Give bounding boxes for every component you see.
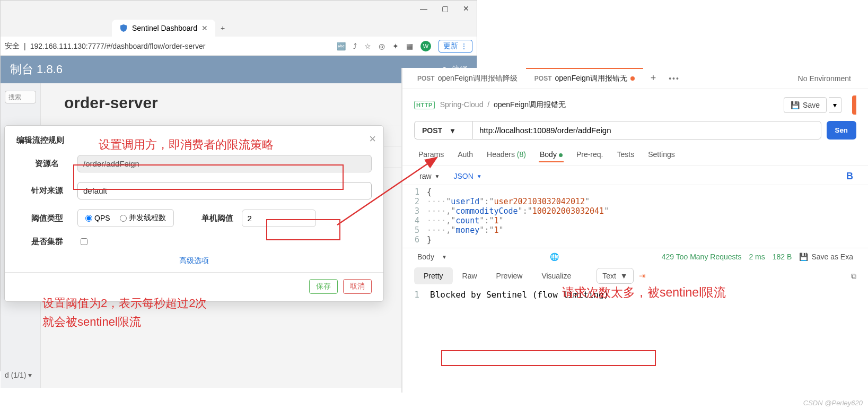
subtab-auth[interactable]: Auth bbox=[457, 147, 474, 162]
resource-input[interactable] bbox=[77, 155, 372, 172]
radio-qps[interactable]: QPS bbox=[85, 214, 110, 222]
request-row: POST ▾ Sen bbox=[402, 121, 868, 144]
response-status: 429 Too Many Requests bbox=[662, 253, 742, 261]
label-origin: 针对来源 bbox=[16, 186, 77, 196]
modal-close-button[interactable]: × bbox=[369, 132, 376, 146]
cancel-button[interactable]: 取消 bbox=[343, 279, 372, 294]
subtab-prereq[interactable]: Pre-req. bbox=[575, 147, 604, 162]
minimize-icon[interactable]: — bbox=[416, 3, 431, 14]
pm-tab-inactive[interactable]: POST openFeign调用报错降级 bbox=[409, 68, 526, 89]
subtab-body[interactable]: Body bbox=[539, 147, 564, 162]
sidebar-footer-label: d (1/1) bbox=[5, 371, 26, 379]
extensions-icon[interactable]: ✦ bbox=[392, 42, 399, 50]
resp-tab-raw[interactable]: Raw bbox=[453, 267, 487, 284]
copy-icon[interactable]: ⧉ bbox=[851, 272, 856, 281]
shield-icon bbox=[119, 24, 128, 32]
environment-select[interactable]: No Environment bbox=[787, 74, 862, 83]
response-content-type[interactable]: Text▼ bbox=[597, 268, 634, 284]
sidebar-footer[interactable]: d (1/1) ▾ bbox=[3, 367, 38, 384]
body-raw-select[interactable]: raw▼ bbox=[417, 169, 442, 184]
bookmark-icon[interactable]: ☆ bbox=[364, 42, 371, 50]
omnibar-icons: 🔤 ⤴ ☆ ◎ ✦ ▦ W 更新⋮ bbox=[337, 40, 472, 53]
sidebar-search-input[interactable] bbox=[5, 91, 36, 103]
save-icon: 💾 bbox=[799, 253, 808, 261]
dashboard-title: 制台 1.8.6 bbox=[10, 62, 63, 77]
response-size: 182 B bbox=[773, 253, 792, 261]
label-single-threshold: 单机阈值 bbox=[193, 213, 242, 223]
request-subtabs: Params Auth Headers (8) Body Pre-req. Te… bbox=[402, 144, 868, 165]
address-bar[interactable]: 192.168.111.130:7777/#/dashboard/flow/or… bbox=[30, 42, 206, 50]
close-icon[interactable]: ✕ bbox=[459, 3, 474, 14]
save-dropdown[interactable]: ▾ bbox=[829, 97, 841, 113]
modal-divider bbox=[5, 272, 383, 273]
chevron-down-icon[interactable]: ▼ bbox=[442, 254, 447, 260]
update-button[interactable]: 更新⋮ bbox=[439, 40, 472, 53]
row-origin: 针对来源 bbox=[16, 182, 372, 199]
browser-tab-inactive[interactable] bbox=[32, 28, 112, 37]
breadcrumb[interactable]: Spring-Cloud / openFeign调用报错无 bbox=[440, 100, 566, 110]
new-tab-button[interactable]: + bbox=[215, 20, 230, 37]
send-button[interactable]: Sen bbox=[827, 121, 856, 140]
chevron-down-icon: ▼ bbox=[435, 173, 440, 179]
subtab-params[interactable]: Params bbox=[417, 147, 445, 162]
chevron-down-icon: ▼ bbox=[620, 272, 628, 280]
request-body-editor[interactable]: 1{ 2····userId:user202103032042012 3····… bbox=[402, 185, 868, 248]
label-resource: 资源名 bbox=[16, 159, 77, 169]
row-threshold: 阈值类型 QPS 并发线程数 单机阈值 bbox=[16, 209, 372, 227]
annot-top: 设置调用方，即消费者的限流策略 bbox=[99, 137, 274, 153]
url-input[interactable] bbox=[472, 121, 821, 140]
pm-more-tabs[interactable]: ••• bbox=[663, 71, 685, 86]
method-select[interactable]: POST ▾ bbox=[414, 121, 472, 140]
chevron-down-icon: ▼ bbox=[477, 173, 482, 179]
threshold-input[interactable] bbox=[242, 210, 316, 227]
resp-tab-visualize[interactable]: Visualize bbox=[532, 267, 581, 284]
modal-footer: 保存 取消 bbox=[16, 278, 372, 294]
row-cluster: 是否集群 bbox=[16, 237, 372, 247]
subtab-headers[interactable]: Headers (8) bbox=[486, 147, 527, 162]
translate-icon[interactable]: 🔤 bbox=[337, 42, 346, 50]
chevron-down-icon: ▾ bbox=[451, 126, 454, 135]
resp-tab-pretty[interactable]: Pretty bbox=[414, 267, 453, 284]
profile-avatar[interactable]: W bbox=[420, 41, 431, 51]
origin-input[interactable] bbox=[77, 182, 372, 199]
apps-icon[interactable]: ▦ bbox=[406, 42, 413, 50]
maximize-icon[interactable]: ▢ bbox=[437, 3, 452, 14]
radio-thread[interactable]: 并发线程数 bbox=[120, 213, 166, 223]
response-section-label[interactable]: Body bbox=[417, 253, 434, 261]
eye-icon[interactable]: ◎ bbox=[379, 42, 385, 50]
pm-new-tab[interactable]: + bbox=[643, 69, 664, 87]
row-resource: 资源名 bbox=[16, 155, 372, 172]
advanced-link[interactable]: 高级选项 bbox=[16, 256, 372, 266]
tab-method: POST bbox=[417, 75, 435, 82]
wrap-lines-icon[interactable]: ⇥ bbox=[639, 271, 646, 281]
pm-tab-active[interactable]: POST openFeign调用报错无 bbox=[526, 68, 643, 89]
chevron-down-icon: ▾ bbox=[28, 371, 32, 379]
save-icon: 💾 bbox=[791, 101, 800, 109]
beautify-button[interactable]: B bbox=[846, 171, 853, 182]
subtab-settings[interactable]: Settings bbox=[647, 147, 676, 162]
save-button[interactable]: 保存 bbox=[309, 279, 338, 294]
globe-icon[interactable]: 🌐 bbox=[550, 253, 559, 261]
body-type-row: raw▼ JSON▼ B bbox=[402, 165, 868, 185]
tab-title: openFeign调用报错无 bbox=[555, 74, 627, 83]
share-slice-icon[interactable] bbox=[852, 95, 856, 115]
tab-close-icon[interactable]: ✕ bbox=[201, 24, 208, 32]
radio-thread-input[interactable] bbox=[120, 215, 127, 222]
window-controls: — ▢ ✕ bbox=[416, 3, 474, 14]
cluster-checkbox[interactable] bbox=[81, 238, 87, 245]
share-icon[interactable]: ⤴ bbox=[353, 42, 357, 50]
label-threshold-type: 阈值类型 bbox=[16, 213, 77, 223]
radio-qps-input[interactable] bbox=[85, 215, 92, 222]
body-json-select[interactable]: JSON▼ bbox=[451, 169, 484, 184]
omnibar: 安全 | 192.168.111.130:7777/#/dashboard/fl… bbox=[1, 37, 477, 56]
save-button[interactable]: 💾 Save bbox=[784, 97, 827, 113]
unsaved-dot-icon bbox=[630, 76, 635, 81]
browser-tab-active[interactable]: Sentinel Dashboard ✕ bbox=[112, 20, 215, 37]
response-time: 2 ms bbox=[749, 253, 765, 261]
pm-breadcrumb-row: HTTP Spring-Cloud / openFeign调用报错无 💾 Sav… bbox=[402, 89, 868, 121]
subtab-tests[interactable]: Tests bbox=[616, 147, 635, 162]
save-as-example[interactable]: 💾 Save as Exa bbox=[799, 253, 853, 261]
security-label: 安全 bbox=[5, 41, 20, 51]
resp-tab-preview[interactable]: Preview bbox=[487, 267, 532, 284]
postman-tabs: POST openFeign调用报错降级 POST openFeign调用报错无… bbox=[402, 68, 868, 89]
